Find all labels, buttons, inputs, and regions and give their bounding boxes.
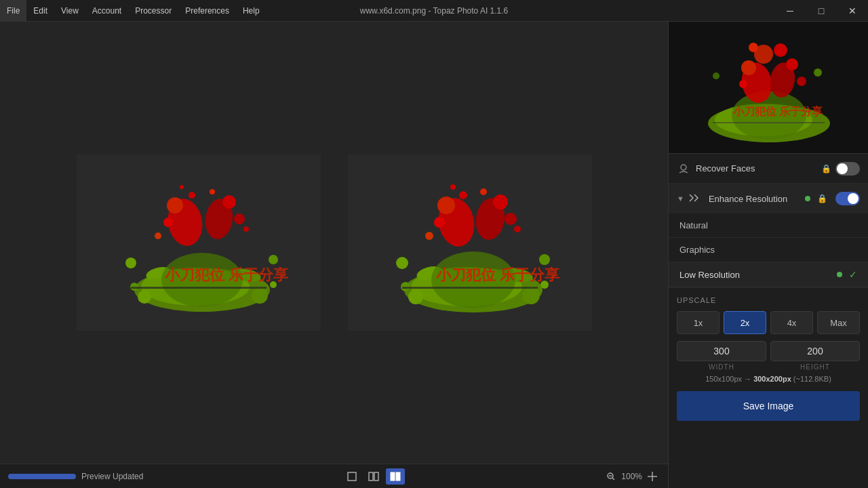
svg-point-47 bbox=[539, 254, 550, 265]
maximize-button[interactable]: □ bbox=[806, 0, 837, 21]
svg-point-16 bbox=[189, 192, 195, 199]
recover-faces-section: Recover Faces 🔒 bbox=[669, 154, 868, 184]
mode-graphics[interactable]: Graphics bbox=[669, 238, 868, 262]
image-container[interactable]: 小刀犯位 乐于分享 bbox=[0, 22, 668, 464]
mode-natural-label: Natural bbox=[679, 220, 857, 230]
menu-account[interactable]: Account bbox=[85, 0, 128, 21]
recover-faces-actions: 🔒 bbox=[821, 162, 860, 176]
height-group: HEIGHT bbox=[770, 341, 860, 371]
menu-processor[interactable]: Processor bbox=[128, 0, 178, 21]
svg-rect-78 bbox=[713, 122, 825, 123]
mode-list: Natural Graphics Low Resolution ✓ bbox=[669, 214, 868, 287]
svg-point-17 bbox=[210, 189, 215, 195]
svg-point-73 bbox=[814, 68, 822, 77]
svg-point-46 bbox=[425, 232, 433, 240]
menu-view[interactable]: View bbox=[54, 0, 85, 21]
dimension-inputs: WIDTH HEIGHT bbox=[677, 341, 860, 371]
svg-point-38 bbox=[437, 197, 455, 214]
enhance-active-dot bbox=[805, 196, 810, 201]
svg-point-12 bbox=[167, 197, 183, 214]
before-image: 小刀犯位 乐于分享 bbox=[77, 155, 321, 331]
zoom-level: 100% bbox=[621, 472, 642, 481]
split-view-button[interactable] bbox=[364, 468, 383, 485]
selected-mode-dot bbox=[837, 272, 842, 277]
enhance-resolution-label: Enhance Resolution bbox=[709, 194, 805, 204]
svg-point-15 bbox=[234, 214, 245, 224]
scale-max-button[interactable]: Max bbox=[817, 311, 860, 334]
menu-bar: File Edit View Account Processor Prefere… bbox=[0, 0, 267, 21]
svg-point-44 bbox=[450, 184, 456, 190]
svg-point-22 bbox=[125, 258, 136, 268]
size-kb: (~112.8KB) bbox=[793, 375, 831, 383]
svg-point-5 bbox=[138, 290, 151, 304]
upscale-label: UPSCALE bbox=[677, 296, 860, 304]
svg-rect-53 bbox=[369, 472, 373, 481]
svg-point-79 bbox=[681, 165, 686, 170]
menu-help[interactable]: Help bbox=[236, 0, 267, 21]
svg-point-45 bbox=[514, 226, 521, 232]
svg-point-40 bbox=[434, 217, 445, 228]
svg-point-18 bbox=[180, 185, 184, 189]
preview-text: Preview Updated bbox=[81, 472, 143, 481]
menu-edit[interactable]: Edit bbox=[26, 0, 54, 21]
size-arrow: → bbox=[744, 375, 753, 383]
enhance-lock-icon: 🔒 bbox=[817, 194, 827, 203]
mode-natural[interactable]: Natural bbox=[669, 214, 868, 238]
enhance-resolution-section: ▼ Enhance Resolution 🔒 bbox=[669, 184, 868, 288]
svg-point-14 bbox=[163, 218, 173, 227]
svg-rect-52 bbox=[348, 472, 356, 481]
single-view-button[interactable] bbox=[342, 468, 361, 485]
zoom-out-button[interactable] bbox=[604, 469, 618, 484]
window-controls: ─ □ ✕ bbox=[774, 0, 868, 21]
width-label: WIDTH bbox=[677, 363, 766, 371]
preview-area: Preview Updated bbox=[8, 472, 143, 481]
lock-icon: 🔒 bbox=[821, 164, 831, 174]
mode-low-resolution-label: Low Resolution bbox=[679, 270, 837, 280]
selected-mode-check: ✓ bbox=[849, 269, 857, 280]
right-panel: 小刀犯位 乐于分享 Recover Faces 🔒 bbox=[668, 22, 868, 488]
minimize-button[interactable]: ─ bbox=[774, 0, 806, 21]
enhance-resolution-header[interactable]: ▼ Enhance Resolution 🔒 bbox=[669, 184, 868, 214]
size-info: 150x100px → 300x200px (~112.8KB) bbox=[677, 375, 860, 383]
menu-preferences[interactable]: Preferences bbox=[178, 0, 236, 21]
thumbnail-area: 小刀犯位 乐于分享 bbox=[669, 22, 868, 154]
close-button[interactable]: ✕ bbox=[837, 0, 868, 21]
scale-4x-button[interactable]: 4x bbox=[770, 311, 813, 334]
svg-point-70 bbox=[739, 80, 747, 88]
width-group: WIDTH bbox=[677, 341, 766, 371]
zoom-area: 100% bbox=[604, 469, 660, 484]
svg-point-19 bbox=[243, 226, 249, 232]
svg-point-41 bbox=[505, 213, 517, 225]
enhance-icons bbox=[688, 193, 703, 204]
enhance-resolution-toggle[interactable] bbox=[835, 192, 860, 205]
save-image-button[interactable]: Save Image bbox=[677, 391, 860, 421]
recover-faces-icon bbox=[677, 162, 690, 176]
side-by-side-button[interactable] bbox=[386, 468, 405, 485]
svg-point-13 bbox=[222, 195, 236, 209]
scale-1x-button[interactable]: 1x bbox=[677, 311, 719, 334]
height-input[interactable] bbox=[770, 341, 860, 361]
split-view: 小刀犯位 乐于分享 bbox=[77, 155, 592, 331]
svg-point-21 bbox=[269, 255, 278, 264]
svg-text:小刀犯位 乐于分享: 小刀犯位 乐于分享 bbox=[732, 105, 823, 117]
after-image: 小刀犯位 乐于分享 bbox=[348, 155, 592, 331]
mode-graphics-label: Graphics bbox=[679, 245, 857, 255]
svg-rect-55 bbox=[391, 472, 395, 481]
scale-buttons: 1x 2x 4x Max bbox=[677, 311, 860, 334]
recover-faces-label: Recover Faces bbox=[696, 163, 821, 174]
zoom-up-button[interactable] bbox=[645, 469, 660, 484]
size-before: 150x100px bbox=[705, 375, 742, 383]
scale-2x-button[interactable]: 2x bbox=[724, 311, 766, 334]
svg-point-71 bbox=[797, 77, 806, 86]
svg-point-69 bbox=[786, 58, 798, 70]
width-input[interactable] bbox=[677, 341, 766, 361]
height-label: HEIGHT bbox=[770, 363, 860, 371]
mode-low-resolution[interactable]: Low Resolution ✓ bbox=[669, 262, 868, 287]
svg-point-42 bbox=[459, 191, 467, 199]
window-title: www.x6d.com.png - Topaz Photo AI 1.1.6 bbox=[360, 6, 509, 16]
view-controls bbox=[342, 468, 405, 485]
recover-faces-toggle[interactable] bbox=[835, 162, 860, 176]
menu-file[interactable]: File bbox=[0, 0, 26, 21]
svg-point-6 bbox=[252, 287, 268, 304]
titlebar: File Edit View Account Processor Prefere… bbox=[0, 0, 868, 22]
